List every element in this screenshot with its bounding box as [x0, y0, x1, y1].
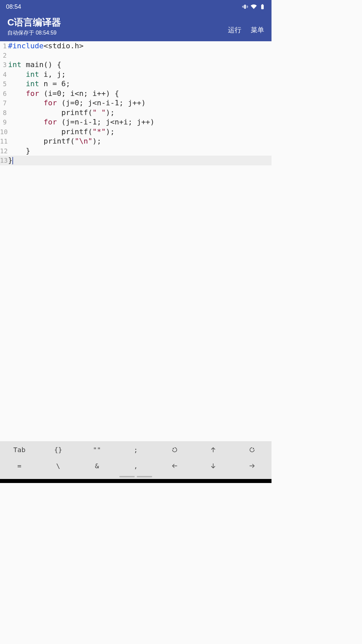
- wifi-icon: [251, 4, 257, 10]
- line-number: 9: [0, 118, 8, 127]
- shortcut-key-redo-icon[interactable]: [233, 442, 272, 458]
- shortcut-key[interactable]: {}: [39, 442, 78, 458]
- shortcut-key-up-icon[interactable]: [194, 442, 233, 458]
- code-line[interactable]: 5 int n = 6;: [0, 79, 272, 89]
- code-line[interactable]: 1#include<stdio.h>: [0, 41, 272, 51]
- code-content[interactable]: }: [8, 146, 272, 156]
- line-number: 1: [0, 42, 8, 51]
- code-content[interactable]: printf(" ");: [8, 108, 272, 117]
- shortcut-key[interactable]: Tab: [0, 442, 39, 458]
- code-line[interactable]: 11 printf("\n");: [0, 137, 272, 146]
- shortcut-key-undo-icon[interactable]: [155, 442, 194, 458]
- code-content[interactable]: printf("\n");: [8, 137, 272, 146]
- code-line[interactable]: 3int main() {: [0, 60, 272, 70]
- line-number: 2: [0, 51, 8, 60]
- app-title: C语言编译器: [7, 16, 61, 29]
- code-line[interactable]: 7 for (j=0; j<n-i-1; j++): [0, 98, 272, 108]
- line-number: 3: [0, 60, 8, 70]
- shortcut-key[interactable]: \: [39, 458, 78, 474]
- autosave-status: 自动保存于 08:54:59: [7, 30, 61, 37]
- nav-pill: [137, 476, 152, 477]
- app-header: C语言编译器 自动保存于 08:54:59 运行 菜单: [0, 13, 272, 41]
- code-line[interactable]: 12 }: [0, 146, 272, 156]
- code-content[interactable]: int i, j;: [8, 70, 272, 79]
- code-content[interactable]: #include<stdio.h>: [8, 41, 272, 51]
- code-content[interactable]: printf("*");: [8, 127, 272, 137]
- line-number: 5: [0, 79, 8, 89]
- line-number: 11: [0, 137, 8, 146]
- code-line[interactable]: 6 for (i=0; i<n; i++) {: [0, 89, 272, 99]
- menu-button[interactable]: 菜单: [251, 25, 264, 35]
- shortcut-key[interactable]: ;: [116, 442, 155, 458]
- header-actions: 运行 菜单: [228, 25, 264, 37]
- shortcut-key[interactable]: =: [0, 458, 39, 474]
- app-title-block: C语言编译器 自动保存于 08:54:59: [7, 16, 61, 37]
- code-content[interactable]: int n = 6;: [8, 79, 272, 89]
- text-cursor: [12, 157, 13, 164]
- line-number: 8: [0, 108, 8, 118]
- nav-bar-bottom: [0, 479, 272, 483]
- battery-icon: [259, 4, 265, 10]
- shortcut-row-2: =\&,: [0, 458, 272, 474]
- code-line[interactable]: 10 printf("*");: [0, 127, 272, 137]
- code-content[interactable]: int main() {: [8, 60, 272, 69]
- code-line[interactable]: 13}: [0, 156, 272, 165]
- code-line[interactable]: 2: [0, 51, 272, 60]
- shortcut-row-1: Tab{}"";: [0, 442, 272, 458]
- line-number: 10: [0, 127, 8, 137]
- status-icons: [242, 4, 265, 10]
- line-number: 12: [0, 147, 8, 156]
- shortcut-key-right-icon[interactable]: [233, 458, 272, 474]
- code-line[interactable]: 9 for (j=n-i-1; j<n+i; j++): [0, 117, 272, 127]
- code-line[interactable]: 4 int i, j;: [0, 70, 272, 79]
- shortcut-key-left-icon[interactable]: [155, 458, 194, 474]
- code-content[interactable]: for (j=n-i-1; j<n+i; j++): [8, 117, 272, 127]
- shortcut-key[interactable]: ,: [116, 458, 155, 474]
- code-content[interactable]: }: [8, 156, 272, 165]
- nav-pill: [119, 476, 135, 477]
- vibrate-icon: [242, 4, 248, 10]
- line-number: 4: [0, 70, 8, 79]
- code-editor[interactable]: 1#include<stdio.h>23int main() {4 int i,…: [0, 41, 272, 441]
- nav-handle[interactable]: [0, 474, 272, 479]
- line-number: 6: [0, 89, 8, 99]
- code-line[interactable]: 8 printf(" ");: [0, 108, 272, 118]
- code-content[interactable]: for (j=0; j<n-i-1; j++): [8, 98, 272, 108]
- status-bar: 08:54: [0, 0, 272, 13]
- shortcut-key-down-icon[interactable]: [194, 458, 233, 474]
- status-time: 08:54: [6, 3, 21, 10]
- shortcut-key[interactable]: &: [77, 458, 116, 474]
- shortcut-bar: Tab{}""; =\&,: [0, 441, 272, 479]
- shortcut-key[interactable]: "": [77, 442, 116, 458]
- line-number: 13: [0, 156, 8, 165]
- code-content[interactable]: for (i=0; i<n; i++) {: [8, 89, 272, 98]
- run-button[interactable]: 运行: [228, 25, 241, 35]
- line-number: 7: [0, 99, 8, 108]
